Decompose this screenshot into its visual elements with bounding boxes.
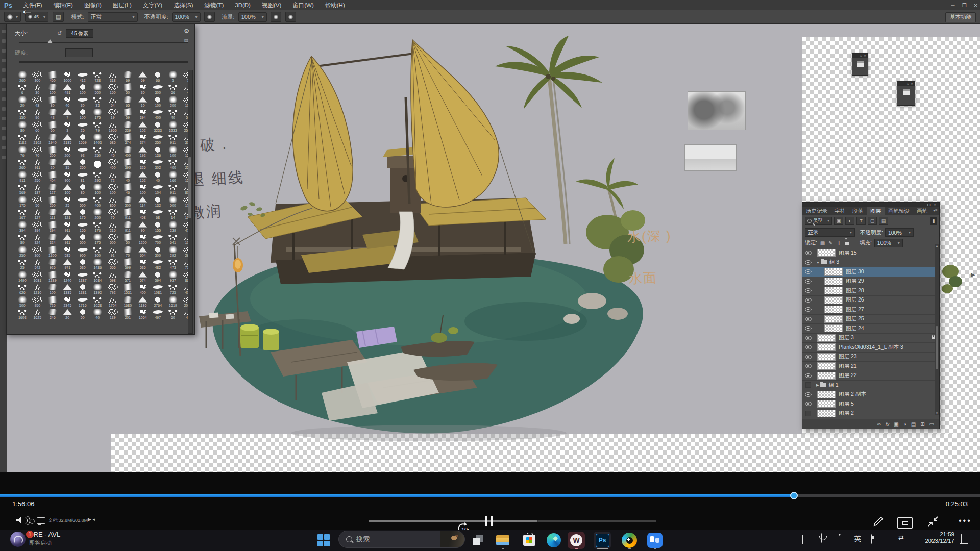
brush-preset[interactable]: 69 [120,70,136,83]
brush-preset[interactable]: 569 [15,183,30,195]
brush-preset[interactable]: 152 [135,170,151,183]
brush-preset[interactable]: 2764 [151,295,166,308]
visibility-eye-icon[interactable] [802,258,814,267]
brush-preset[interactable]: 1200 [135,233,151,245]
brush-preset[interactable]: 700 [151,233,166,245]
lock-paint-icon[interactable]: ✎ [828,240,834,246]
brush-preset[interactable]: 132 [151,195,166,208]
brush-preset[interactable]: 100 [165,145,181,158]
layers-scrollbar[interactable]: ▲▼ [935,244,939,415]
link-layers-icon[interactable]: ∞ [877,421,881,427]
brush-preset[interactable]: 500 [90,83,106,95]
brush-preset[interactable]: 911 [120,220,136,233]
brush-preset[interactable]: 394 [15,220,30,233]
brush-preset[interactable]: 725 [45,295,60,308]
brush-preset[interactable]: 530 [75,258,90,270]
network-sync-icon[interactable]: ⇄ [898,534,904,541]
brush-preset[interactable]: 324 [30,233,45,245]
layer-row[interactable]: 图层 29 [802,277,939,287]
brush-preset[interactable]: 1300 [45,245,60,258]
visibility-eye-icon[interactable] [802,334,814,343]
brush-preset[interactable]: 400 [151,108,166,120]
brush-preset[interactable]: 911 [30,158,45,170]
lock-position-icon[interactable]: ✛ [836,240,842,246]
layer-thumbnail[interactable] [824,296,843,304]
airbrush-icon[interactable] [271,12,281,22]
store-button[interactable] [521,532,538,549]
brush-preset[interactable]: 14 [165,208,181,220]
brush-preset[interactable]: 390 [120,158,136,170]
brush-preset[interactable]: 66 [151,70,166,83]
brush-preset[interactable]: 160 [165,170,181,183]
visibility-eye-icon[interactable] [802,286,814,295]
brush-preset[interactable]: 911 [60,220,76,233]
brush-preset[interactable]: 911 [165,133,181,145]
brush-preset[interactable]: 30 [30,83,45,95]
brush-preset[interactable]: 1385 [60,283,76,295]
brush-preset[interactable]: 79 [90,120,106,133]
task-view-button[interactable] [470,532,487,549]
brush-preset[interactable]: 556 [105,258,120,270]
brush-preset[interactable]: 1000 [60,70,76,83]
floating-panel-collapsed-1[interactable]: » ✕ [852,53,868,76]
brush-preset[interactable]: 260 [15,70,30,83]
panel-options-icon[interactable]: ▤ [184,38,188,43]
new-group-icon[interactable]: ▤ [911,421,916,427]
brush-preset[interactable]: 542 [30,258,45,270]
pip-icon[interactable] [897,517,913,529]
layer-fill-select[interactable]: 100%▾ [874,239,903,247]
floating-panel-collapsed-2[interactable]: » ✕ [897,81,915,106]
workspace-button[interactable]: 基本功能 [945,12,976,22]
file-explorer-button[interactable] [494,532,511,549]
brush-preset[interactable]: 54 [105,95,120,108]
menu-文字[interactable]: 文字(Y) [137,0,168,10]
brush-grid-scrollbar[interactable] [188,70,193,334]
brush-preset[interactable]: 1392 [90,283,106,295]
visibility-eye-icon[interactable] [802,296,814,305]
brush-preset[interactable]: 250 [30,170,45,183]
visibility-eye-icon[interactable] [802,399,814,409]
brush-preset[interactable]: 250 [75,158,90,170]
layer-thumbnail[interactable] [817,353,836,361]
brush-preset[interactable]: 292 [90,170,106,183]
chat-app-button[interactable] [646,532,664,549]
brush-preset[interactable]: 100 [75,83,90,95]
visibility-eye-icon[interactable] [802,343,814,352]
brush-preset[interactable]: 1619 [165,295,181,308]
brush-preset[interactable]: 30 [135,83,151,95]
filter-adjustment-icon[interactable]: ◐ [845,217,854,225]
brush-preset[interactable]: 500 [105,233,120,245]
image-viewer-button[interactable] [621,532,638,549]
brush-preset[interactable]: 594 [151,270,166,283]
brush-preset[interactable]: 100 [90,183,106,195]
brush-preset[interactable]: 70 [120,245,136,258]
brush-preset[interactable]: 50 [120,233,136,245]
brush-preset[interactable]: 1704 [105,295,120,308]
filter-kind-select[interactable]: 类型▾ [805,217,832,225]
brush-preset[interactable]: 1186 [135,295,151,308]
visibility-eye-icon[interactable] [802,305,814,314]
ime-language-indicator[interactable]: 英 [854,534,861,543]
close-icon[interactable]: ✕ [974,3,978,8]
brush-preset[interactable]: 324 [45,233,60,245]
back-button[interactable]: ← [20,2,34,18]
layer-row[interactable]: 图层 24 [802,324,939,334]
brush-preset[interactable]: 571 [120,270,136,283]
brush-preset[interactable]: 482 [151,258,166,270]
brush-preset[interactable]: 155 [75,220,90,233]
subtitle-icon[interactable] [37,517,45,524]
exit-fullscreen-icon[interactable] [927,515,939,528]
brush-preset[interactable]: 500 [165,195,181,208]
brush-preset[interactable]: 136 [151,145,166,158]
layer-thumbnail[interactable] [817,400,836,408]
brush-preset[interactable]: 19 [105,108,120,120]
group-row[interactable]: ▶组 1 [802,381,939,390]
menu-编辑[interactable]: 编辑(E) [48,0,79,10]
brush-preset[interactable]: 1490 [15,270,30,283]
reset-icon[interactable]: ↺ [57,30,62,37]
brush-preset[interactable]: 104 [151,183,166,195]
brush-preset[interactable]: 1081 [30,270,45,283]
brush-preset[interactable]: 598 [105,270,120,283]
brush-preset[interactable]: 40 [120,170,136,183]
brush-preset[interactable]: 59 [120,108,136,120]
